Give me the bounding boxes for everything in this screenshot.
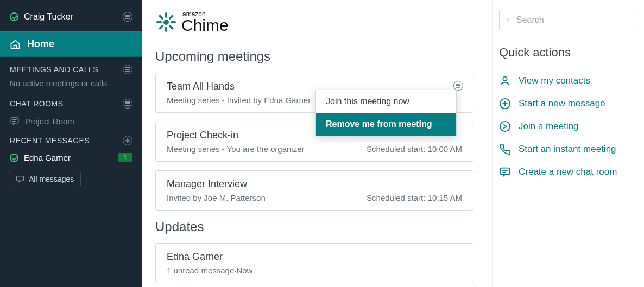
dropdown-remove[interactable]: Remove me from meeting [316,113,456,136]
svg-rect-12 [159,15,164,20]
search-input[interactable] [515,15,626,25]
current-user-name: Craig Tucker [24,12,73,22]
section-meetings: MEETINGS AND CALLS No active meetings or… [0,57,142,97]
chime-logo-icon [155,11,177,33]
recent-message-name: Edna Garner [24,153,71,162]
meeting-title: Manager Interview [167,178,462,190]
content-column: amazon Chime Upcoming meetings Team All … [142,0,487,287]
nav-home-label: Home [27,39,54,50]
qa-new-chatroom[interactable]: Create a new chat room [499,161,633,183]
meeting-sub-right: Scheduled start: 10:15 AM [367,193,462,202]
quick-actions-title: Quick actions [499,46,633,60]
main: amazon Chime Upcoming meetings Team All … [142,0,644,287]
qa-view-contacts[interactable]: View my contacts [499,69,633,92]
all-messages-button[interactable]: All messages [9,171,81,187]
meetings-menu-icon[interactable] [123,65,132,74]
all-messages-label: All messages [29,175,74,183]
plus-circle-icon [499,98,511,110]
svg-rect-6 [168,15,174,20]
section-recent-header: RECENT MESSAGES [10,136,90,145]
qa-label: Start a new message [519,98,605,109]
section-chatrooms: CHAT ROOMS [0,97,142,112]
section-meetings-sub: No active meetings or calls [10,74,132,93]
svg-rect-20 [501,168,510,175]
meeting-card[interactable]: Manager Interview Invited by Joe M. Patt… [155,170,473,211]
meeting-card[interactable]: Team All Hands Meeting series - Invited … [155,73,473,113]
phone-icon [499,143,511,155]
meeting-sub-left: Meeting series - Invited by Edna Garner [167,95,311,105]
svg-point-4 [163,20,169,25]
qa-instant-meeting[interactable]: Start an instant meeting [499,138,633,161]
update-card[interactable]: Edna Garner 1 unread message·Now [155,243,473,283]
chat-icon [10,116,20,126]
meeting-sub-left: Invited by Joe M. Patterson [167,193,266,202]
sidebar: Craig Tucker Home MEETINGS AND CALLS No … [0,0,142,287]
search-box[interactable] [499,10,633,30]
svg-rect-10 [159,24,164,30]
qa-label: Start an instant meeting [519,144,616,155]
search-icon [506,16,510,24]
update-title: Edna Garner [167,251,462,263]
brand-title: Chime [181,17,229,34]
recent-message-item[interactable]: Edna Garner 1 [0,149,142,167]
contacts-icon [499,75,511,87]
home-icon [10,39,21,50]
chatroom-label: Project Room [25,117,74,126]
qa-label: Join a meeting [519,121,579,132]
presence-available-icon [10,154,18,162]
right-column: Quick actions View my contacts Start a n… [492,0,644,287]
messages-icon [16,175,24,183]
chatrooms-menu-icon[interactable] [123,99,132,109]
presence-available-icon [10,12,18,21]
user-menu-icon[interactable] [123,12,132,22]
svg-rect-8 [168,24,174,30]
arrow-circle-icon [499,120,511,132]
qa-join-meeting[interactable]: Join a meeting [499,115,633,138]
qa-label: View my contacts [519,75,590,86]
update-sub: 1 unread message·Now [167,266,252,275]
qa-new-message[interactable]: Start a new message [499,92,633,115]
add-message-icon[interactable] [123,136,132,145]
upcoming-title: Upcoming meetings [155,49,473,64]
svg-point-13 [507,18,509,21]
section-meetings-header: MEETINGS AND CALLS [10,65,98,74]
user-row: Craig Tucker [0,0,142,31]
svg-point-15 [503,77,507,81]
svg-rect-7 [171,21,176,23]
svg-rect-0 [11,118,18,123]
unread-badge: 1 [118,153,132,162]
svg-rect-5 [165,12,167,18]
svg-point-19 [500,122,510,131]
qa-label: Create a new chat room [519,167,617,177]
section-recent: RECENT MESSAGES [0,130,142,149]
updates-title: Updates [155,219,473,234]
svg-rect-11 [156,21,162,23]
nav-home[interactable]: Home [0,31,142,57]
scrollbar[interactable] [487,0,492,287]
dropdown-join[interactable]: Join this meeting now [316,90,456,113]
svg-rect-9 [165,27,167,32]
meeting-sub-left: Meeting series - You are the organizer [167,144,304,154]
chat-icon [499,166,511,178]
svg-line-14 [508,21,509,22]
meeting-dropdown: Join this meeting now Remove me from mee… [315,90,457,136]
meeting-sub-right: Scheduled start: 10:00 AM [367,144,462,154]
chatroom-item[interactable]: Project Room [0,112,142,130]
section-chatrooms-header: CHAT ROOMS [10,99,64,108]
app-brand: amazon Chime [155,11,473,34]
svg-rect-3 [17,176,23,181]
